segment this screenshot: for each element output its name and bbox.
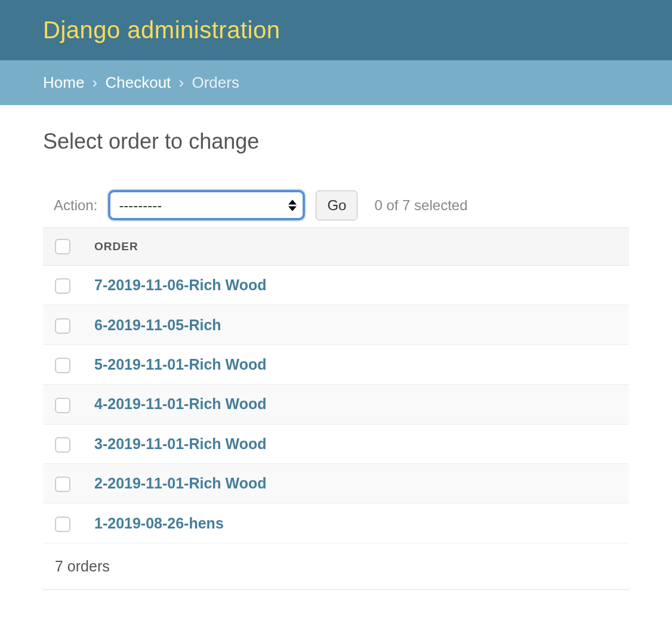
table-row: 2-2019-11-01-Rich Wood <box>43 463 629 503</box>
row-checkbox[interactable] <box>55 517 70 532</box>
breadcrumb-separator: › <box>93 73 98 91</box>
row-checkbox[interactable] <box>55 318 70 334</box>
row-checkbox[interactable] <box>55 477 70 492</box>
order-link[interactable]: 4-2019-11-01-Rich Wood <box>94 395 267 412</box>
content-area: Select order to change Action: ---------… <box>0 105 672 602</box>
orders-table: ORDER 7-2019-11-06-Rich Wood6-2019-11-05… <box>43 228 629 543</box>
action-select-wrapper: --------- <box>108 190 305 220</box>
breadcrumb-app[interactable]: Checkout <box>106 73 171 91</box>
row-order-cell: 2-2019-11-01-Rich Wood <box>82 463 629 503</box>
table-row: 1-2019-08-26-hens <box>43 503 629 543</box>
row-order-cell: 4-2019-11-01-Rich Wood <box>82 385 629 424</box>
action-label: Action: <box>54 197 97 214</box>
breadcrumb-current: Orders <box>192 73 239 91</box>
row-checkbox[interactable] <box>55 398 70 413</box>
row-checkbox-cell <box>43 424 82 463</box>
select-all-header <box>43 228 82 266</box>
row-checkbox[interactable] <box>55 358 70 373</box>
table-row: 5-2019-11-01-Rich Wood <box>43 345 629 384</box>
breadcrumb: Home › Checkout › Orders <box>0 60 672 105</box>
row-order-cell: 6-2019-11-05-Rich <box>82 305 629 345</box>
table-row: 4-2019-11-01-Rich Wood <box>43 385 629 424</box>
page-title: Select order to change <box>43 129 629 154</box>
row-checkbox-cell <box>43 503 82 543</box>
order-link[interactable]: 5-2019-11-01-Rich Wood <box>94 356 267 373</box>
table-header-row: ORDER <box>43 228 629 266</box>
order-link[interactable]: 3-2019-11-01-Rich Wood <box>94 435 267 452</box>
site-title[interactable]: Django administration <box>43 17 629 44</box>
table-row: 6-2019-11-05-Rich <box>43 305 629 345</box>
paginator-summary: 7 orders <box>43 543 629 590</box>
row-checkbox[interactable] <box>55 278 70 294</box>
select-all-checkbox[interactable] <box>55 239 70 254</box>
breadcrumb-home[interactable]: Home <box>43 73 84 91</box>
go-button[interactable]: Go <box>316 190 357 220</box>
row-order-cell: 7-2019-11-06-Rich Wood <box>82 266 629 305</box>
row-checkbox-cell <box>43 305 82 345</box>
row-checkbox-cell <box>43 345 82 384</box>
row-checkbox[interactable] <box>55 437 70 453</box>
breadcrumb-separator: › <box>179 73 184 91</box>
table-row: 3-2019-11-01-Rich Wood <box>43 424 629 463</box>
column-header-order[interactable]: ORDER <box>82 228 629 266</box>
row-checkbox-cell <box>43 385 82 424</box>
order-link[interactable]: 6-2019-11-05-Rich <box>94 316 221 333</box>
row-order-cell: 1-2019-08-26-hens <box>82 503 629 543</box>
actions-bar: Action: --------- Go 0 of 7 selected <box>43 183 629 228</box>
order-link[interactable]: 1-2019-08-26-hens <box>94 515 224 531</box>
row-order-cell: 3-2019-11-01-Rich Wood <box>82 424 629 463</box>
order-link[interactable]: 7-2019-11-06-Rich Wood <box>94 276 267 293</box>
row-checkbox-cell <box>43 463 82 503</box>
row-order-cell: 5-2019-11-01-Rich Wood <box>82 345 629 384</box>
selection-counter: 0 of 7 selected <box>374 197 467 214</box>
table-row: 7-2019-11-06-Rich Wood <box>43 266 629 305</box>
action-select[interactable]: --------- <box>108 190 305 220</box>
row-checkbox-cell <box>43 266 82 305</box>
header-bar: Django administration <box>0 0 672 60</box>
order-link[interactable]: 2-2019-11-01-Rich Wood <box>94 475 267 491</box>
